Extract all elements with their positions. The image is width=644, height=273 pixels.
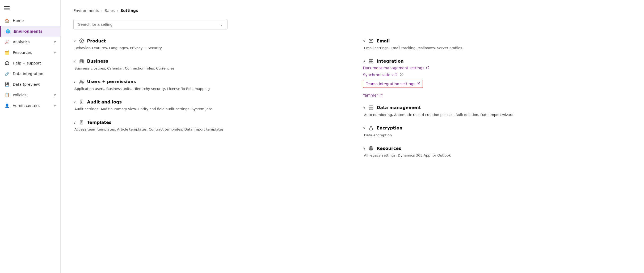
section-email: ∨ Email Email settings, Email tracking, … — [363, 38, 632, 51]
link-label: Yammer — [363, 93, 378, 97]
section-items-audit-logs: Audit settings, Audit summary view, Enti… — [73, 106, 342, 112]
sidebar-item-help-support[interactable]: 🎧Help + support — [0, 58, 60, 68]
section-title-business: Business — [87, 59, 108, 64]
section-users-permissions: ∨ Users + permissions Application users,… — [73, 79, 342, 92]
chevron-icon-admin-centers: ∨ — [54, 104, 56, 107]
section-items-users-permissions: Application users, Business units, Hiera… — [73, 86, 342, 92]
search-box[interactable]: ⌄ — [73, 19, 228, 29]
main-content: Environments › Sales › Settings ⌄ ∨ Prod… — [61, 0, 644, 273]
left-column: ∨ Product Behavior, Features, Languages,… — [73, 38, 342, 166]
section-title-resources: Resources — [377, 146, 401, 151]
collapse-arrow-users-permissions[interactable]: ∨ — [73, 80, 76, 84]
section-title-data-management: Data management — [377, 105, 421, 110]
svg-rect-1 — [80, 60, 83, 63]
section-items-encryption: Data encryption — [363, 133, 632, 138]
section-header-data-management: ∨ Data management — [363, 105, 632, 111]
external-icon — [394, 73, 398, 77]
policies-icon: 📋 — [4, 92, 10, 98]
resources-icon: 🗂️ — [4, 50, 10, 55]
sidebar-item-policies[interactable]: 📋Policies∨ — [0, 90, 60, 100]
chevron-icon-analytics: ∨ — [54, 40, 56, 44]
svg-line-17 — [396, 73, 397, 75]
external-icon — [380, 93, 383, 97]
section-templates: ∨ Templates Access team templates, Artic… — [73, 119, 342, 132]
sidebar: 🏠Home🌐Environments📈Analytics∨🗂️Resources… — [0, 0, 61, 273]
collapse-arrow-product[interactable]: ∨ — [73, 39, 76, 43]
collapse-arrow-integration[interactable]: ∧ — [363, 59, 366, 63]
section-icon-audit-logs — [79, 99, 85, 105]
search-input[interactable] — [78, 22, 220, 27]
section-icon-email — [368, 38, 374, 44]
breadcrumb-sep-2: › — [117, 8, 119, 13]
search-container: ⌄ — [73, 19, 631, 29]
svg-line-21 — [418, 82, 420, 84]
link-item-document-management-settings[interactable]: Document management settings — [363, 66, 632, 70]
svg-point-2 — [80, 80, 82, 81]
right-column: ∨ Email Email settings, Email tracking, … — [363, 38, 632, 166]
link-item-highlighted: Teams integration settings — [363, 80, 632, 90]
link-item-yammer[interactable]: Yammer — [363, 93, 632, 97]
sidebar-label-data-integration: Data integration — [13, 72, 56, 76]
section-title-audit-logs: Audit and logs — [87, 99, 122, 105]
collapse-arrow-data-management[interactable]: ∨ — [363, 106, 366, 110]
sidebar-item-data-preview[interactable]: 💾Data (preview) — [0, 79, 60, 90]
sidebar-item-resources[interactable]: 🗂️Resources∨ — [0, 47, 60, 58]
section-header-email: ∨ Email — [363, 38, 632, 44]
collapse-arrow-resources[interactable]: ∨ — [363, 146, 366, 150]
section-icon-templates — [79, 119, 85, 125]
sidebar-label-admin-centers: Admin centers — [13, 103, 50, 108]
collapse-arrow-business[interactable]: ∨ — [73, 59, 76, 63]
environments-icon: 🌐 — [5, 29, 10, 34]
section-icon-resources — [368, 145, 374, 151]
help-support-icon: 🎧 — [4, 60, 10, 66]
breadcrumb-environments[interactable]: Environments — [73, 8, 99, 13]
analytics-icon: 📈 — [4, 39, 10, 45]
link-teams-integration[interactable]: Teams integration settings — [363, 80, 423, 88]
section-title-email: Email — [377, 38, 390, 44]
svg-rect-13 — [371, 59, 373, 61]
sidebar-item-analytics[interactable]: 📈Analytics∨ — [0, 37, 60, 47]
link-label: Document management settings — [363, 66, 424, 70]
sidebar-item-admin-centers[interactable]: 👤Admin centers∨ — [0, 100, 60, 111]
sidebar-label-resources: Resources — [13, 50, 50, 55]
section-icon-encryption — [368, 125, 374, 131]
link-label: Synchronization — [363, 73, 393, 77]
breadcrumb-sep-1: › — [101, 8, 103, 13]
external-icon — [426, 66, 429, 70]
section-icon-data-management — [368, 105, 374, 111]
sidebar-item-home[interactable]: 🏠Home — [0, 15, 60, 26]
integration-links: Document management settings Synchroniza… — [363, 66, 632, 97]
chevron-icon-resources: ∨ — [54, 51, 56, 54]
collapse-arrow-encryption[interactable]: ∨ — [363, 126, 366, 130]
section-icon-users-permissions — [79, 79, 85, 85]
collapse-arrow-audit-logs[interactable]: ∨ — [73, 100, 76, 104]
section-integration: ∧ Integration Document management settin… — [363, 58, 632, 97]
hamburger-button[interactable] — [0, 2, 60, 15]
external-icon-teams — [417, 82, 420, 86]
sidebar-nav: 🏠Home🌐Environments📈Analytics∨🗂️Resources… — [0, 15, 60, 111]
section-title-product: Product — [87, 38, 106, 44]
section-header-integration: ∧ Integration — [363, 58, 632, 64]
search-dropdown-arrow: ⌄ — [220, 22, 223, 27]
svg-rect-27 — [370, 128, 373, 130]
link-item-synchronization[interactable]: Synchronization — [363, 73, 632, 77]
chevron-icon-policies: ∨ — [54, 93, 56, 97]
svg-point-0 — [81, 40, 82, 42]
section-title-users-permissions: Users + permissions — [87, 79, 136, 84]
breadcrumb-sales[interactable]: Sales — [105, 8, 115, 13]
sidebar-label-home: Home — [13, 19, 56, 23]
svg-line-22 — [381, 94, 382, 95]
collapse-arrow-email[interactable]: ∨ — [363, 39, 366, 43]
collapse-arrow-templates[interactable]: ∨ — [73, 120, 76, 124]
link-label-teams: Teams integration settings — [366, 82, 415, 86]
section-data-management: ∨ Data management Auto numbering, Automa… — [363, 105, 632, 118]
section-items-data-management: Auto numbering, Automatic record creatio… — [363, 112, 632, 118]
sidebar-item-data-integration[interactable]: 🔗Data integration — [0, 68, 60, 79]
admin-centers-icon: 👤 — [4, 103, 10, 108]
section-resources: ∨ Resources All legacy settings, Dynamic… — [363, 145, 632, 158]
sidebar-label-analytics: Analytics — [13, 40, 50, 44]
section-icon-integration — [368, 58, 374, 64]
sidebar-item-environments[interactable]: 🌐Environments — [0, 26, 60, 37]
svg-rect-3 — [80, 100, 83, 104]
section-items-product: Behavior, Features, Languages, Privacy +… — [73, 45, 342, 51]
